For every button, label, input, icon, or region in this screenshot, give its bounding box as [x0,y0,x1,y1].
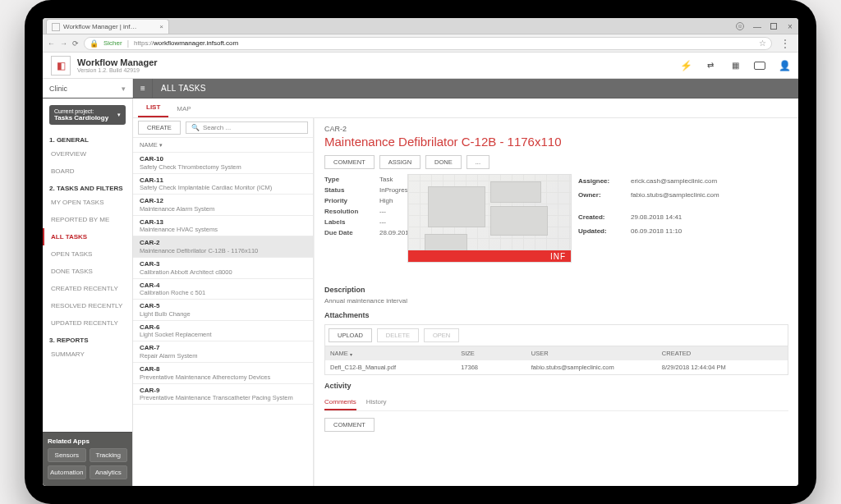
project-chip[interactable]: Current project: Tasks Cardiology ▾ [49,105,126,125]
sidebar-item[interactable]: REPORTED BY ME [43,211,132,228]
label-assignee: Assignee: [578,177,623,185]
bolt-icon[interactable]: ⚡ [680,60,692,71]
activity-title: Activity [324,382,788,390]
grid-icon[interactable]: ▦ [729,60,741,71]
card-icon[interactable] [754,62,765,70]
value-status: InProgress [379,186,411,194]
task-id: CAR-6 [140,323,306,332]
activity-tab[interactable]: History [366,395,387,410]
label-due-date: Due Date [324,229,370,236]
close-tab-icon[interactable]: × [159,23,163,30]
caret-down-icon[interactable]: ▾ [350,352,352,357]
chrome-url-bar: ← → ⟳ 🔒 Sicher | https://workflowmanager… [43,34,798,53]
description-text: Annual maintenance interval [324,297,788,305]
user-account-icon[interactable]: 👤 [779,60,790,71]
sidebar-section-title: 3. REPORTS [43,332,132,346]
value-labels: --- [379,218,386,226]
task-name: Maintenance Alarm System [140,205,306,213]
window-minimize-icon[interactable]: — [752,21,762,31]
related-app-chip[interactable]: Tracking [90,448,128,462]
sidebar-item[interactable]: OPEN TASKS [43,245,132,263]
attachments-table: UPLOAD DELETE OPEN NAME▾ SIZE USER CREAT… [324,324,788,375]
device-frame: Workflow Manager | inf… × ☺ — × ← → ⟳ 🔒 … [25,0,816,504]
task-id: CAR-5 [140,302,306,310]
open-button[interactable]: OPEN [424,328,459,342]
window-maximize-icon[interactable] [770,23,777,30]
sidebar-item[interactable]: CREATED RECENTLY [43,280,132,297]
activity-tab[interactable]: Comments [324,395,356,410]
task-row[interactable]: CAR-7Repair Alarm System [133,341,313,363]
task-name: Maintenance Defibrilator C-12B - 1176x11… [140,247,306,254]
search-input[interactable]: 🔍 Search ... [186,121,308,134]
task-name: Light Bulb Change [140,310,306,318]
task-row[interactable]: CAR-6Light Socket Replacement [133,321,313,342]
task-row[interactable]: CAR-5Light Bulb Change [133,300,313,321]
list-column-header[interactable]: NAME▾ [133,138,313,153]
app-header: ◧ Workflow Manager Version 1.2. Build 42… [43,53,798,79]
task-id: CAR-7 [140,344,306,352]
sidebar-item[interactable]: OVERVIEW [43,145,132,163]
chrome-menu-icon[interactable]: ⋮ [777,38,793,49]
context-selector[interactable]: Clinic ▾ [43,79,133,98]
sidebar-item[interactable]: RESOLVED RECENTLY [43,297,132,314]
related-app-chip[interactable]: Analytics [90,465,128,479]
label-priority: Priority [324,197,370,204]
task-row[interactable]: CAR-3Calibration Abbott Architect c8000 [133,258,313,279]
task-name: Preventative Maintenance Transcatheter P… [140,394,306,401]
task-row[interactable]: CAR-12Maintenance Alarm System [133,195,313,216]
task-id: CAR-2 [140,239,306,247]
task-id: CAR-13 [140,218,306,227]
task-name: Calibration Roche c 501 [140,289,306,296]
value-created: 29.08.2018 14:41 [631,213,682,221]
reload-icon[interactable]: ⟳ [72,39,79,48]
comment-button[interactable]: COMMENT [324,155,375,169]
map-thumbnail[interactable]: INF [407,174,572,263]
task-row[interactable]: CAR-9Preventative Maintenance Transcathe… [133,384,313,405]
task-row[interactable]: CAR-4Calibration Roche c 501 [133,279,313,300]
task-id: CAR-9 [140,387,306,395]
related-app-chip[interactable]: Automation [48,465,86,479]
main-tab[interactable]: LIST [138,99,168,117]
search-placeholder: Search ... [203,124,231,131]
sidebar-item[interactable]: ALL TASKS [43,228,132,245]
window-close-icon[interactable]: × [785,21,795,31]
task-name: Repair Alarm System [140,352,306,360]
attachment-row[interactable]: Defi_C12-B_Manual.pdf17368fabio.stubs@sa… [325,360,788,374]
main-tab[interactable]: MAP [168,100,199,117]
star-icon[interactable]: ☆ [759,39,766,48]
task-row[interactable]: CAR-8Preventative Maintenance Atherectom… [133,363,313,384]
task-row[interactable]: CAR-13Maintenance HVAC systems [133,216,313,237]
sidebar-item[interactable]: DONE TASKS [43,263,132,280]
sidebar-item[interactable]: UPDATED RECENTLY [43,314,132,332]
task-title: Maintenance Defibrilator C-12B - 1176x11… [324,135,788,149]
add-comment-button[interactable]: COMMENT [324,418,375,432]
sidebar-item[interactable]: MY OPEN TASKS [43,194,132,211]
label-owner: Owner: [578,191,623,199]
main-tabs: LISTMAP [133,99,798,118]
app-version: Version 1.2. Build 42919 [77,67,158,73]
sidebar-item[interactable]: SUMMARY [43,346,132,363]
create-button[interactable]: CREATE [138,121,181,135]
value-assignee: erick.cash@sampleclinic.com [631,177,717,185]
task-row[interactable]: CAR-10Safety Check Thrombectomy System [133,153,313,174]
more-button[interactable]: ... [466,155,489,169]
delete-button[interactable]: DELETE [377,328,419,342]
task-name: Safety Check Thrombectomy System [140,163,306,171]
assign-button[interactable]: ASSIGN [379,155,420,169]
related-app-chip[interactable]: Sensors [48,448,86,462]
sidebar-item[interactable]: BOARD [43,163,132,180]
sidebar-toggle-icon[interactable]: ≡ [133,79,153,98]
url-text: https://workflowmanager.infsoft.com [134,39,238,47]
upload-button[interactable]: UPLOAD [329,328,372,342]
task-row[interactable]: CAR-2Maintenance Defibrilator C-12B - 11… [133,236,313,258]
back-icon[interactable]: ← [48,39,55,48]
forward-icon[interactable]: → [60,39,67,48]
user-icon[interactable]: ☺ [736,22,744,30]
caret-down-icon: ▾ [159,142,163,149]
value-type: Task [379,176,393,183]
task-row[interactable]: CAR-11Safety Check Implantable Cardiac M… [133,174,313,195]
settings-sliders-icon[interactable]: ⇄ [705,60,716,71]
done-button[interactable]: DONE [425,155,462,169]
omnibox[interactable]: 🔒 Sicher | https://workflowmanager.infso… [84,37,772,50]
browser-tab[interactable]: Workflow Manager | inf… × [46,19,169,34]
